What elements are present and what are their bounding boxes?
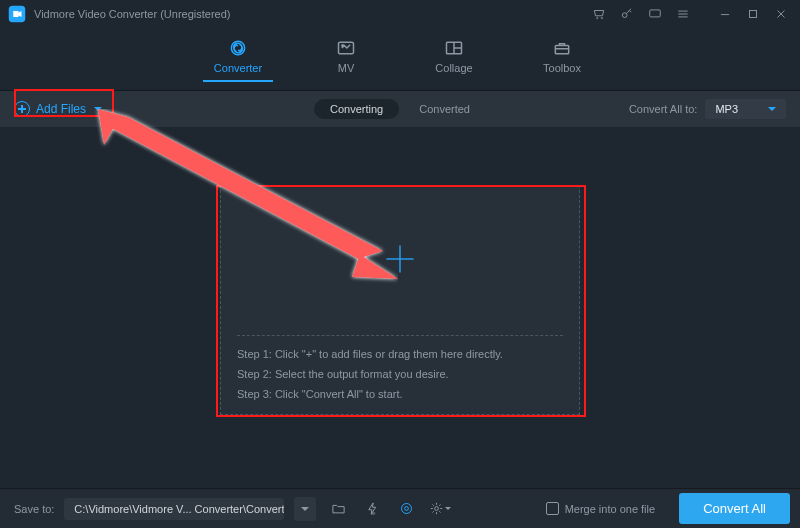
drop-panel[interactable]: Step 1: Click "+" to add files or drag t… (220, 185, 580, 415)
merge-label: Merge into one file (565, 503, 656, 515)
add-files-label: Add Files (36, 102, 86, 116)
converter-icon (227, 38, 249, 58)
app-logo (8, 5, 26, 23)
nav-label: Converter (214, 62, 262, 74)
top-nav: Converter MV Collage Toolbox (0, 28, 800, 91)
convert-all-to: Convert All to: MP3 (629, 99, 786, 119)
collage-icon (443, 38, 465, 58)
toolbox-icon (551, 38, 573, 58)
toolbar: Add Files Converting Converted Convert A… (0, 91, 800, 127)
main-area: Step 1: Click "+" to add files or drag t… (0, 127, 800, 481)
maximize-icon[interactable] (742, 3, 764, 25)
svg-text:off: off (371, 512, 376, 516)
tab-converted[interactable]: Converted (403, 99, 486, 119)
nav-tab-converter[interactable]: Converter (203, 34, 273, 82)
step-2: Step 2: Select the output format you des… (237, 368, 563, 380)
feedback-icon[interactable] (644, 3, 666, 25)
save-path-field[interactable]: C:\Vidmore\Vidmore V... Converter\Conver… (64, 498, 284, 520)
chevron-down-icon (768, 107, 776, 111)
key-icon[interactable] (616, 3, 638, 25)
minimize-icon[interactable] (714, 3, 736, 25)
convert-all-button[interactable]: Convert All (679, 493, 790, 524)
drop-plus-zone[interactable] (221, 186, 579, 335)
format-selected-value: MP3 (715, 103, 738, 115)
nav-label: MV (338, 62, 355, 74)
svg-rect-3 (750, 11, 757, 18)
bottom-bar: Save to: C:\Vidmore\Vidmore V... Convert… (0, 488, 800, 528)
menu-icon[interactable] (672, 3, 694, 25)
chevron-down-icon (301, 507, 309, 511)
svg-point-6 (342, 45, 344, 47)
svg-point-1 (622, 13, 627, 18)
svg-point-14 (401, 504, 411, 514)
svg-point-16 (435, 507, 439, 511)
output-format-select[interactable]: MP3 (705, 99, 786, 119)
hardware-accel-button[interactable]: off (360, 497, 384, 521)
plus-icon (383, 242, 417, 279)
settings-button[interactable] (428, 497, 452, 521)
tab-converting[interactable]: Converting (314, 99, 399, 119)
svg-rect-10 (555, 46, 568, 54)
convert-all-to-label: Convert All to: (629, 103, 697, 115)
plus-circle-icon (14, 101, 30, 117)
status-tabs: Converting Converted (314, 99, 486, 119)
step-3: Step 3: Click "Convert All" to start. (237, 388, 563, 400)
steps: Step 1: Click "+" to add files or drag t… (221, 336, 579, 414)
merge-checkbox[interactable] (546, 502, 559, 515)
nav-tab-toolbox[interactable]: Toolbox (527, 34, 597, 82)
titlebar: Vidmore Video Converter (Unregistered) (0, 0, 800, 28)
nav-tab-collage[interactable]: Collage (419, 34, 489, 82)
nav-tab-mv[interactable]: MV (311, 34, 381, 82)
high-speed-button[interactable] (394, 497, 418, 521)
nav-label: Toolbox (543, 62, 581, 74)
nav-label: Collage (435, 62, 472, 74)
merge-option[interactable]: Merge into one file (546, 502, 656, 515)
add-files-button[interactable]: Add Files (14, 101, 102, 117)
save-path-dropdown[interactable] (294, 497, 316, 521)
app-title: Vidmore Video Converter (Unregistered) (34, 8, 230, 20)
step-1: Step 1: Click "+" to add files or drag t… (237, 348, 563, 360)
chevron-down-icon (94, 107, 102, 111)
open-folder-button[interactable] (326, 497, 350, 521)
cart-icon[interactable] (588, 3, 610, 25)
close-icon[interactable] (770, 3, 792, 25)
save-to-label: Save to: (14, 503, 54, 515)
svg-point-15 (404, 507, 408, 511)
mv-icon (335, 38, 357, 58)
